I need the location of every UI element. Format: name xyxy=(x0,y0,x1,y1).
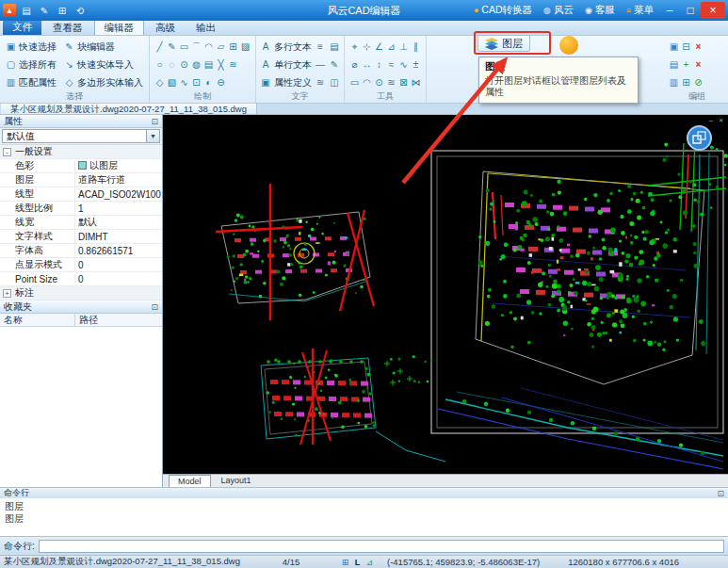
tolerance-icon[interactable]: ± xyxy=(410,57,422,73)
ortho-icon[interactable]: L xyxy=(351,558,364,567)
elliptical-arc-icon[interactable]: ◠ xyxy=(202,40,215,55)
tab-layout1[interactable]: Layout1 xyxy=(213,475,260,487)
pin-icon[interactable]: ⊡ xyxy=(151,117,158,126)
command-input[interactable] xyxy=(39,540,724,553)
horizontal-measure-icon[interactable]: ↔ xyxy=(361,57,373,73)
cad-converter-button[interactable]: ● CAD转换器 xyxy=(468,1,538,20)
delete-group-icon[interactable]: × xyxy=(692,40,704,55)
tab-editor[interactable]: 编辑器 xyxy=(94,20,145,35)
parallel-icon[interactable]: ∥ xyxy=(410,40,422,55)
text-style-icon[interactable]: ▤ xyxy=(329,41,340,52)
collapse-icon[interactable]: - xyxy=(3,148,11,156)
rhombus-icon[interactable]: ◇ xyxy=(154,75,166,90)
line-icon[interactable]: ╱ xyxy=(154,40,166,55)
property-group-dimension[interactable]: +标注 xyxy=(0,286,162,300)
favorites-col-path[interactable]: 路径 xyxy=(75,314,98,326)
polygon-input-button[interactable]: ◇多边形实体输入 xyxy=(62,73,145,91)
solid-icon[interactable]: ◐ xyxy=(202,75,215,90)
arc-icon[interactable]: ⌒ xyxy=(190,40,202,55)
boundary-icon[interactable]: ⊖ xyxy=(215,75,227,90)
property-row-textstyle[interactable]: 文字样式 DIMHT xyxy=(0,230,162,244)
rectangle-icon[interactable]: ▭ xyxy=(178,40,190,55)
favorites-list[interactable] xyxy=(0,327,162,487)
chevron-down-icon[interactable]: ▼ xyxy=(146,130,159,142)
property-row-linetype[interactable]: 线型 ACAD_ISO02W100 xyxy=(0,187,162,202)
quick-select-button[interactable]: ▣快速选择 xyxy=(4,38,58,56)
box-measure-icon[interactable]: ⊠ xyxy=(397,75,410,90)
property-row-layer[interactable]: 图层 道路车行道 xyxy=(0,173,162,187)
property-row-pdmode[interactable]: 点显示模式 0 xyxy=(0,258,162,272)
group-manager-icon[interactable]: ▤ xyxy=(668,57,680,73)
text-edit-icon[interactable]: ✎ xyxy=(329,59,340,70)
spline-icon[interactable]: ∿ xyxy=(178,75,190,90)
multi-measure-icon[interactable]: ≋ xyxy=(385,75,397,90)
create-group-icon[interactable]: ▣ xyxy=(668,40,680,55)
close-button[interactable]: × xyxy=(701,2,725,19)
favorites-col-name[interactable]: 名称 xyxy=(0,314,75,326)
wave-icon[interactable]: ∿ xyxy=(397,57,410,73)
property-row-color[interactable]: 色彩 以图层 xyxy=(0,159,162,173)
text-align-icon[interactable]: ≡ xyxy=(315,41,326,52)
customer-service-button[interactable]: ◉ 客服 xyxy=(579,1,621,20)
document-tab[interactable]: 某小区规划及景观设计.dwg2020-07-27_11_11_38_015.dw… xyxy=(1,104,257,114)
command-pin-icon[interactable]: ⊡ xyxy=(717,489,724,498)
circle-icon[interactable]: ○ xyxy=(154,57,166,73)
tab-file[interactable]: 文件 xyxy=(3,20,41,35)
tab-viewer[interactable]: 查看器 xyxy=(43,21,92,35)
point-icon[interactable]: ⊡ xyxy=(190,75,202,90)
approx-icon[interactable]: ≈ xyxy=(385,57,397,73)
minimize-button[interactable]: – xyxy=(659,2,680,19)
export-float-button[interactable] xyxy=(687,125,712,151)
region-icon[interactable]: ▤ xyxy=(202,57,215,73)
angle-snap-icon[interactable]: ⊿ xyxy=(364,558,376,567)
entity-import-button[interactable]: ↘快速实体导入 xyxy=(62,56,145,73)
command-history[interactable]: 图层 图层 xyxy=(0,498,728,536)
drawing-canvas[interactable]: – × Model Layout1 xyxy=(163,115,728,487)
new-file-icon[interactable]: ⊞ xyxy=(55,6,70,16)
annotation-tool-icon[interactable] xyxy=(559,36,578,55)
remove-from-group-icon[interactable]: × xyxy=(692,57,704,73)
angle-icon[interactable]: ∠ xyxy=(373,40,385,55)
join-icon[interactable]: ⋈ xyxy=(410,75,422,90)
attribute-block-icon[interactable]: ◫ xyxy=(329,77,340,88)
edit-icon[interactable]: ✎ xyxy=(37,6,52,16)
match-properties-button[interactable]: ▥匹配属性 xyxy=(4,73,58,91)
attribute-define-button[interactable]: ▣ 属性定义 ≋ ◫ xyxy=(260,73,340,91)
undo-icon[interactable]: ⟲ xyxy=(73,6,88,16)
ungroup-icon[interactable]: ⊟ xyxy=(680,40,692,55)
maximize-button[interactable]: □ xyxy=(680,2,701,19)
property-row-textheight[interactable]: 字体高 0.862661571 xyxy=(0,244,162,258)
xline-icon[interactable]: ╳ xyxy=(215,57,227,73)
sketch-icon[interactable]: ✎ xyxy=(166,40,178,55)
measure-icon[interactable]: ⌖ xyxy=(348,40,361,55)
triangle-icon[interactable]: ⊿ xyxy=(385,40,397,55)
tab-output[interactable]: 输出 xyxy=(186,21,225,35)
group-edit-icon[interactable]: ▥ xyxy=(668,75,680,90)
point-tool-icon[interactable]: ⊹ xyxy=(361,40,373,55)
vertical-measure-icon[interactable]: ↕ xyxy=(373,57,385,73)
arc-length-icon[interactable]: ◠ xyxy=(361,75,373,90)
select-all-button[interactable]: ▢选择所有 xyxy=(4,56,58,73)
tab-advanced[interactable]: 高级 xyxy=(146,21,185,35)
center-mark-icon[interactable]: ⊙ xyxy=(373,75,385,90)
tab-model[interactable]: Model xyxy=(169,475,211,487)
open-file-icon[interactable]: ▤ xyxy=(19,6,34,16)
donut-icon[interactable]: ⊙ xyxy=(178,57,190,73)
layer-button[interactable]: 图层 xyxy=(477,35,530,52)
fengyun-button[interactable]: ◍ 风云 xyxy=(538,1,579,20)
multiline-icon[interactable]: ≋ xyxy=(227,57,239,73)
perpendicular-icon[interactable]: ⊥ xyxy=(397,40,410,55)
attribute-sync-icon[interactable]: ≋ xyxy=(315,77,326,88)
construction-circle-icon[interactable]: ◌ xyxy=(166,57,178,73)
text-line-icon[interactable]: — xyxy=(315,59,326,70)
add-to-group-icon[interactable]: + xyxy=(680,57,692,73)
hatch-icon[interactable]: ▨ xyxy=(239,40,251,55)
group-toggle-icon[interactable]: ⊘ xyxy=(692,75,704,90)
property-row-ltscale[interactable]: 线型比例 1 xyxy=(0,202,162,216)
group-select-icon[interactable]: ⊞ xyxy=(680,75,692,90)
canvas-corner-controls[interactable]: – × xyxy=(709,116,725,124)
property-row-lineweight[interactable]: 线宽 默认 xyxy=(0,216,162,230)
property-group-general[interactable]: -一般设置 xyxy=(0,145,162,159)
area-icon[interactable]: ▭ xyxy=(348,75,361,90)
favorites-pin-icon[interactable]: ⊡ xyxy=(151,302,158,312)
